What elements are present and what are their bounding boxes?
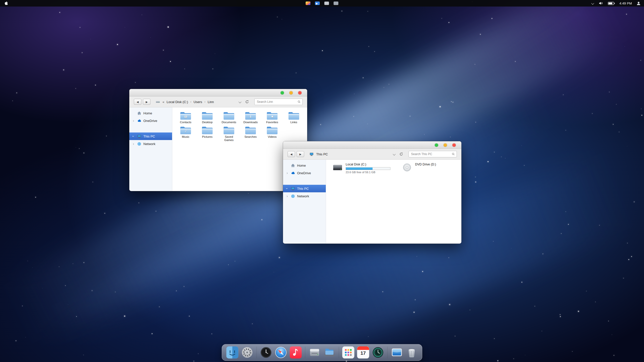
display-status-icon[interactable] (315, 2, 320, 5)
clock-dock-icon[interactable] (260, 346, 272, 359)
expand-chevron-icon[interactable] (286, 194, 289, 198)
folder-item[interactable]: ♪ Music (175, 125, 196, 142)
window-titlebar[interactable] (129, 89, 307, 97)
expand-chevron-icon[interactable] (132, 142, 135, 146)
star (35, 197, 36, 198)
breadcrumb-item[interactable]: Linn (208, 100, 214, 104)
folder-item[interactable]: ★ Favorites (261, 111, 283, 124)
back-button[interactable] (288, 151, 295, 157)
back-button[interactable] (134, 99, 141, 105)
photos-status-icon[interactable] (306, 2, 310, 5)
finder-dock-icon[interactable] (226, 346, 239, 359)
close-button[interactable] (452, 143, 456, 147)
expand-chevron-icon[interactable] (132, 119, 135, 123)
expand-chevron-icon[interactable] (132, 134, 135, 138)
calendar-dock-icon[interactable]: 17 (357, 346, 370, 359)
drive-label: Local Disk (C:) (346, 163, 390, 166)
search-input[interactable] (257, 100, 297, 104)
star (627, 243, 628, 243)
drive-item-dvd[interactable]: DVD Drive (D:) (401, 163, 436, 172)
star (368, 11, 368, 12)
keyboard-status-icon[interactable] (334, 2, 338, 5)
sidebar-item-onedrive[interactable]: OneDrive (129, 117, 172, 124)
refresh-button[interactable] (398, 151, 405, 157)
refresh-button[interactable] (244, 99, 250, 105)
volume-icon[interactable] (598, 1, 603, 6)
star (75, 88, 76, 89)
breadcrumb-item[interactable]: Users (193, 100, 202, 104)
music-dock-icon[interactable] (290, 346, 302, 359)
display-dock-icon[interactable] (391, 346, 403, 359)
folder-item[interactable]: Desktop (196, 111, 218, 124)
menubar-clock[interactable]: 4:49 PM (619, 2, 632, 5)
zoom-button[interactable] (435, 143, 438, 147)
star (235, 261, 235, 261)
sidebar-item-this-pc[interactable]: This PC (283, 185, 326, 192)
close-button[interactable] (298, 91, 302, 95)
network-globe-icon (291, 194, 295, 199)
system-preferences-dock-icon[interactable] (241, 346, 254, 359)
star (494, 152, 495, 152)
expand-chevron-icon[interactable] (286, 171, 289, 175)
sidebar-item-home[interactable]: Home (129, 109, 172, 117)
dock-divider (257, 347, 257, 358)
sidebar-item-network[interactable]: Network (129, 140, 172, 148)
time-machine-dock-icon[interactable] (372, 346, 384, 359)
safari-dock-icon[interactable] (275, 346, 287, 359)
folder-item[interactable]: Documents (218, 111, 240, 124)
address-dropdown-chevron-icon[interactable] (238, 99, 242, 104)
star (586, 291, 587, 291)
drive-item-local-disk[interactable]: Local Disk (C:) 23.6 GB free of 59.1 GB (332, 163, 390, 174)
search-input[interactable] (411, 152, 452, 156)
star (450, 137, 451, 137)
folder-item[interactable]: @ Contacts (175, 111, 196, 124)
minimize-button[interactable] (444, 143, 447, 147)
folder-item[interactable]: Pictures (196, 125, 218, 142)
sidebar-item-network[interactable]: Network (283, 192, 326, 200)
breadcrumb-item[interactable]: This PC (316, 152, 328, 156)
window-titlebar[interactable] (283, 141, 461, 149)
forward-button[interactable] (143, 99, 150, 105)
star (93, 182, 93, 182)
star (544, 253, 544, 253)
hidden-items-chevron-icon[interactable] (591, 2, 594, 5)
user-account-icon[interactable] (636, 1, 641, 6)
folder-badge: ↓ (245, 115, 256, 118)
folder-item[interactable]: Saved Games (218, 125, 240, 142)
external-drive-dock-icon[interactable] (308, 346, 321, 359)
folder-label: Contacts (180, 121, 191, 124)
search-icon[interactable] (452, 152, 455, 156)
expand-chevron-icon[interactable] (286, 187, 289, 191)
battery-icon[interactable] (608, 2, 615, 5)
folder-item[interactable]: Videos (261, 125, 283, 142)
folder-item[interactable]: ↓ Downloads (240, 111, 261, 124)
trash-dock-icon[interactable] (406, 346, 418, 359)
star (168, 26, 169, 28)
folder-item[interactable]: Links (283, 111, 305, 124)
star (475, 64, 475, 65)
launchpad-dock-icon[interactable] (342, 346, 355, 359)
sidebar-item-onedrive[interactable]: OneDrive (283, 169, 326, 177)
star (422, 271, 423, 272)
apple-menu-icon[interactable] (4, 1, 8, 6)
folder-label: Links (291, 121, 297, 124)
address-dropdown-chevron-icon[interactable] (392, 152, 396, 157)
sidebar-item-home[interactable]: Home (283, 162, 326, 169)
star (170, 61, 171, 62)
app-grid-icon (342, 346, 354, 358)
sidebar-item-this-pc[interactable]: This PC (129, 132, 172, 140)
drive-list: Local Disk (C:) 23.6 GB free of 59.1 GB … (326, 160, 461, 243)
external-drive-icon (309, 346, 321, 358)
folder-item[interactable]: Searches (240, 125, 261, 142)
search-icon[interactable] (297, 100, 301, 104)
window-status-icon[interactable] (324, 2, 329, 5)
forward-button[interactable] (297, 151, 304, 157)
star (566, 211, 566, 212)
minimize-button[interactable] (289, 91, 293, 95)
files-dock-icon[interactable] (323, 346, 336, 359)
breadcrumb-collapse[interactable]: « (163, 100, 164, 104)
zoom-button[interactable] (280, 91, 284, 95)
breadcrumb-separator: › (190, 100, 191, 104)
star (475, 177, 476, 177)
breadcrumb-item[interactable]: Local Disk (C:) (167, 100, 188, 104)
